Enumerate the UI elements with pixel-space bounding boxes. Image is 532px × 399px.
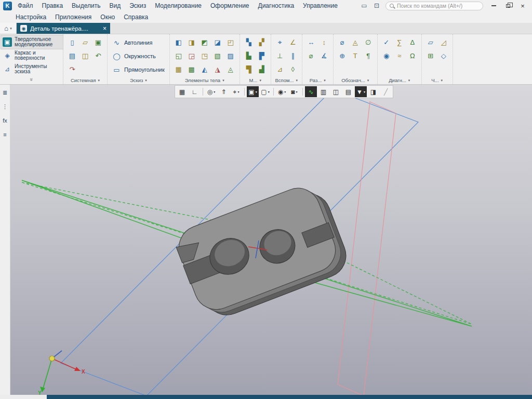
chevron-down-icon[interactable]: ▾ <box>284 90 286 94</box>
ribbon-tool-icon[interactable]: ⊕ <box>339 52 345 60</box>
screen-settings-icon[interactable]: ⊡ <box>372 2 381 9</box>
grid-button[interactable]: ▦ <box>176 86 188 97</box>
ribbon-tool-icon[interactable]: ◉ <box>383 52 389 60</box>
ribbon-tool-icon[interactable]: ◩ <box>202 38 208 46</box>
separator[interactable] <box>244 88 245 96</box>
ribbon-tool-icon[interactable]: ⌀ <box>340 38 344 46</box>
display-mode-button[interactable]: ▢ ▾ <box>259 86 271 97</box>
panel-a-button[interactable]: ▥ <box>317 86 329 97</box>
ribbon-tool-icon[interactable]: T <box>353 52 357 60</box>
viewport-3d[interactable]: X Y ▦ ∟ ◎ ▾ ⇑ <box>10 85 532 395</box>
expand-toolsets-button[interactable]: » <box>1 76 63 83</box>
panel-menu-toggle[interactable]: ≡ <box>1 129 10 140</box>
group-caret-icon[interactable]: ▾ <box>441 78 443 83</box>
ribbon-tool-icon[interactable]: ▤ <box>69 52 75 60</box>
group-caret-icon[interactable]: ▾ <box>324 78 326 83</box>
ribbon-tool-icon[interactable]: ◊ <box>291 65 295 73</box>
menu-item[interactable]: Вид <box>109 2 121 9</box>
ribbon-tool-icon[interactable]: ▛ <box>259 52 264 60</box>
group-caret-icon[interactable]: ▾ <box>145 78 147 83</box>
group-caret-icon[interactable]: ▾ <box>296 78 298 83</box>
toolset-solid-modeling[interactable]: ▣ Твердотельное моделирование <box>1 35 63 49</box>
ribbon-tool-icon[interactable]: ▚ <box>246 38 251 46</box>
curve-display-button[interactable]: ∿ <box>305 86 317 97</box>
ribbon-tool-icon[interactable]: ▩ <box>189 65 195 73</box>
coordinate-systems-button[interactable]: ⌖ ▾ <box>230 86 242 97</box>
ribbon-tool-icon[interactable]: ▙ <box>246 52 251 60</box>
ribbon-tool-icon[interactable]: ↕ <box>323 38 326 46</box>
ribbon-tool-icon[interactable]: Ω <box>410 52 415 60</box>
selection-options-button[interactable]: ◨ <box>367 86 379 97</box>
ribbon-tool-icon[interactable]: ◳ <box>202 52 208 60</box>
menu-item[interactable]: Приложения <box>55 14 91 21</box>
parameters-toggle[interactable]: ⋮ <box>1 101 10 112</box>
ribbon-tool-icon[interactable]: ↔ <box>308 38 314 46</box>
ribbon-tool-icon[interactable]: ▜ <box>246 65 251 73</box>
ribbon-tool-icon[interactable]: ¶ <box>366 52 370 60</box>
menu-item[interactable]: Окно <box>100 14 115 21</box>
ribbon-tool-icon[interactable]: ⌖ <box>278 38 282 47</box>
minimize-button[interactable] <box>487 1 500 11</box>
separator[interactable] <box>203 88 203 96</box>
chevron-down-icon[interactable]: ▾ <box>237 90 239 94</box>
chevron-down-icon[interactable]: ▾ <box>364 90 365 94</box>
menu-item[interactable]: Выделить <box>72 2 100 9</box>
ribbon-tool-icon[interactable]: ▯ <box>70 38 74 46</box>
ribbon-tool-icon[interactable]: ▞ <box>259 38 264 46</box>
ribbon-tool-icon[interactable]: ▱ <box>83 38 88 46</box>
menu-item[interactable]: Эскиз <box>129 2 146 9</box>
ribbon-tool-icon[interactable]: ◫ <box>82 52 88 60</box>
separator[interactable] <box>273 88 274 96</box>
ribbon-tool-icon[interactable]: ◿ <box>441 38 446 46</box>
chevron-down-icon[interactable]: ▾ <box>256 90 257 94</box>
layout-panels-icon[interactable]: ▭ <box>360 2 369 9</box>
separator[interactable] <box>302 88 303 96</box>
menu-item[interactable]: Файл <box>18 2 33 9</box>
ribbon-tool-icon[interactable]: ∡ <box>321 52 327 60</box>
home-tab-button[interactable]: ⌂ ▾ <box>0 23 17 34</box>
chevron-down-icon[interactable]: ▾ <box>296 90 298 94</box>
group-caret-icon[interactable]: ▾ <box>98 78 100 83</box>
tab-close-icon[interactable]: × <box>103 25 107 32</box>
menu-item[interactable]: Справка <box>124 14 148 21</box>
ribbon-tool-icon[interactable]: ◲ <box>189 52 195 60</box>
ribbon-tool-icon[interactable]: ◱ <box>176 52 182 60</box>
menu-item[interactable]: Моделирование <box>155 2 202 9</box>
ribbon-tool-icon[interactable]: ◨ <box>189 38 195 46</box>
ribbon-tool-icon[interactable]: ▣ <box>95 38 101 46</box>
panel-b-button[interactable]: ◫ <box>330 86 342 97</box>
ribbon-tool-icon[interactable]: ◇ <box>441 52 446 60</box>
ribbon-tool-icon[interactable]: ↶ <box>96 52 101 60</box>
search-input[interactable] <box>397 3 480 9</box>
menu-item[interactable]: Правка <box>42 2 63 9</box>
normal-to-button[interactable]: ⇑ <box>218 86 230 97</box>
tool-autoline[interactable]: ∿ Автолиния <box>111 36 166 49</box>
group-caret-icon[interactable]: ▾ <box>222 78 224 83</box>
orientation-button[interactable]: ▣ ▾ <box>247 86 259 97</box>
command-search[interactable] <box>385 2 483 10</box>
menu-item[interactable]: Управление <box>303 2 338 9</box>
ribbon-tool-icon[interactable]: ⊿ <box>277 65 283 73</box>
model-part[interactable] <box>171 179 352 324</box>
ribbon-tool-icon[interactable]: ▨ <box>228 52 234 60</box>
ribbon-tool-icon[interactable]: ⌀ <box>309 52 313 60</box>
ribbon-tool-icon[interactable]: ◬ <box>228 65 233 73</box>
variables-toggle[interactable]: fx <box>1 115 10 126</box>
ribbon-tool-icon[interactable]: Δ <box>410 38 415 46</box>
design-tree-toggle[interactable]: ≣ <box>1 87 10 98</box>
panel-c-button[interactable]: ▤ <box>342 86 354 97</box>
ribbon-tool-icon[interactable]: ∠ <box>290 38 296 46</box>
document-tab[interactable]: ◉ Деталь тренажёра.... × <box>17 23 110 34</box>
chevron-down-icon[interactable]: ▾ <box>268 90 270 94</box>
ribbon-tool-icon[interactable]: ✓ <box>383 38 389 46</box>
eyedropper-button[interactable]: ╱ <box>380 86 392 97</box>
ribbon-tool-icon[interactable]: ▧ <box>215 52 221 60</box>
group-caret-icon[interactable]: ▾ <box>259 78 261 83</box>
filter-button[interactable]: ▼ ▾ <box>355 86 367 97</box>
snapshot-button[interactable]: ◙ ▾ <box>288 86 300 97</box>
ribbon-tool-icon[interactable]: ⊥ <box>277 52 283 60</box>
menu-item[interactable]: Оформление <box>210 2 249 9</box>
plane-pink[interactable] <box>338 102 396 395</box>
group-caret-icon[interactable]: ▾ <box>408 78 410 83</box>
chevron-down-icon[interactable]: ▾ <box>214 90 215 94</box>
